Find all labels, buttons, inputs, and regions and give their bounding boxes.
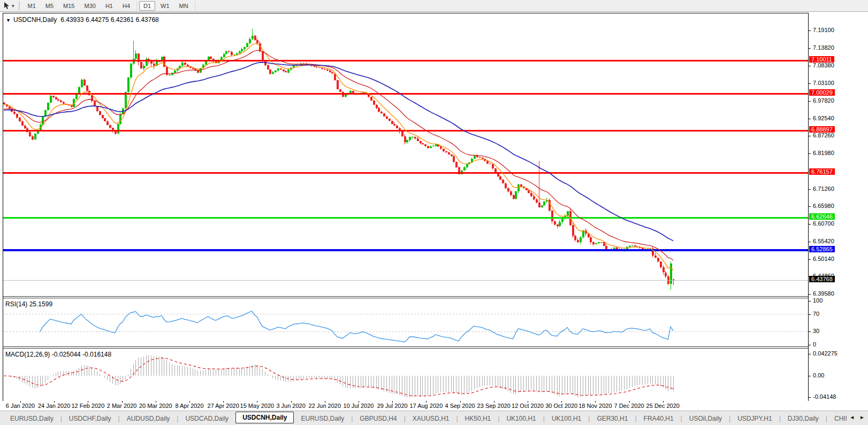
tab-xauusd-h1[interactable]: XAUUSD,H1 (406, 413, 456, 424)
price-tick-mark (809, 48, 811, 49)
top-toolbar: ▾ M1M5M15M30H1H4D1W1MN (0, 0, 868, 12)
price-tick-label: 6.97820 (813, 97, 834, 104)
level-price-label: 6.88897 (809, 126, 835, 133)
tab-eurusd-daily[interactable]: EURUSD,Daily (294, 413, 351, 424)
price-tick-label: 6.39580 (813, 290, 834, 297)
timeframe-m15[interactable]: M15 (59, 1, 79, 11)
price-axis: 7.191007.138207.083807.031006.978206.925… (809, 0, 868, 425)
rsi-tick-label: 70 (813, 311, 819, 317)
pane-separator[interactable] (3, 296, 808, 297)
price-tick-mark (809, 189, 811, 190)
tab-uk100-h1[interactable]: UK100,H1 (499, 413, 543, 424)
mt4-window: ▾ M1M5M15M30H1H4D1W1MN ▼USDCNH,Daily6.43… (0, 0, 868, 425)
pane-separator[interactable] (3, 346, 808, 347)
cursor-tool-dropdown-caret[interactable]: ▾ (12, 3, 14, 9)
tab-usdcnh-daily[interactable]: USDCNH,Daily (235, 412, 294, 423)
price-tick-mark (809, 294, 811, 295)
toolbar-grip (19, 2, 20, 10)
tab-gbpusd-h4[interactable]: GBPUSD,H4 (353, 413, 403, 424)
tab-scroll-arrows: ◄ ► (849, 414, 865, 420)
price-tick-mark (809, 153, 811, 154)
tab-eurusd-daily[interactable]: EURUSD,Daily (3, 413, 60, 424)
price-tick-mark (809, 259, 811, 260)
timeframe-h4[interactable]: H4 (118, 1, 134, 11)
toolbar-separator (136, 2, 137, 10)
tab-scroll-right-icon[interactable]: ► (859, 414, 865, 420)
macd-tick-mark (809, 354, 811, 354)
level-price-label: 6.62646 (809, 213, 835, 220)
timeframe-h1[interactable]: H1 (101, 1, 117, 11)
rsi-pane[interactable] (3, 298, 808, 346)
chart-title-symbol: USDCNH,Daily (13, 16, 57, 24)
price-tick-label: 7.19100 (813, 27, 834, 33)
chart-tab-bar: EURUSD,Daily|USDCHF,Daily|AUDUSD,Daily|U… (0, 411, 868, 425)
macd-tick-label: 0.042275 (813, 350, 837, 357)
macd-pane[interactable] (3, 349, 808, 400)
macd-tick-mark (809, 376, 811, 376)
date-label: 25 Dec 2020 (642, 403, 684, 409)
tab-ger30-h1[interactable]: GER30,H1 (590, 413, 635, 424)
tab-usdjpy-h1[interactable]: USDJPY,H1 (730, 413, 779, 424)
rsi-indicator-label: RSI(14) 25.1599 (5, 300, 52, 308)
collapse-caret-icon[interactable]: ▼ (6, 18, 11, 23)
chart-tabs: EURUSD,Daily|USDCHF,Daily|AUDUSD,Daily|U… (3, 411, 847, 425)
price-tick-label: 6.87260 (813, 132, 834, 138)
tab-hk50-h1[interactable]: HK50,H1 (458, 413, 498, 424)
price-tick-label: 7.13820 (813, 44, 834, 51)
timeframe-w1[interactable]: W1 (156, 1, 174, 11)
toolbar-separator (195, 2, 195, 10)
cursor-tool-icon[interactable] (2, 2, 12, 10)
price-tick-label: 6.60700 (813, 220, 834, 227)
macd-tick-mark (809, 397, 811, 398)
price-tick-mark (809, 206, 811, 207)
macd-tick-label: -0.04148 (813, 393, 836, 400)
level-price-label: 6.76157 (809, 168, 835, 175)
macd-indicator-label: MACD(12,26,9) -0.025044 -0.016148 (5, 351, 111, 358)
level-price-label: 7.10011 (809, 56, 834, 63)
tab-usdchf-daily[interactable]: USDCHF,Daily (62, 413, 118, 424)
price-tick-mark (809, 30, 811, 31)
timeframe-d1[interactable]: D1 (139, 1, 155, 11)
tab-usoil-daily[interactable]: USOil,Daily (682, 413, 729, 424)
timeframe-m5[interactable]: M5 (41, 1, 58, 11)
chart-title-ohlc: 6.43933 6.44275 6.42361 6.43768 (60, 16, 159, 24)
rsi-tick-mark (809, 331, 811, 332)
rsi-tick-label: 100 (813, 297, 823, 304)
price-tick-label: 6.71260 (813, 186, 834, 192)
tab-fra40-h1[interactable]: FRA40,H1 (637, 413, 681, 424)
tab-uk100-h1[interactable]: UK100,H1 (545, 413, 588, 424)
price-tick-mark (809, 224, 811, 225)
price-tick-mark (809, 242, 811, 242)
price-chart-pane[interactable] (3, 13, 808, 296)
tab-usdcad-daily[interactable]: USDCAD,Daily (178, 413, 235, 424)
price-tick-label: 6.92540 (813, 115, 834, 121)
current-price-label: 6.43768 (809, 276, 835, 282)
tab-china300-h1[interactable]: CHINA300,H1 (827, 413, 847, 424)
timeframe-mn[interactable]: MN (175, 1, 193, 11)
price-tick-mark (809, 136, 811, 136)
price-tick-mark (809, 66, 811, 66)
macd-tick-label: 0.00 (813, 372, 824, 378)
rsi-tick-label: 0 (813, 341, 816, 347)
price-tick-mark (809, 83, 811, 84)
tab-dj30-daily[interactable]: DJ30,Daily (781, 413, 826, 424)
chart-title: ▼USDCNH,Daily6.43933 6.44275 6.42361 6.4… (6, 16, 159, 24)
level-price-label: 7.00029 (809, 89, 835, 96)
price-tick-mark (809, 101, 811, 102)
rsi-tick-mark (809, 314, 811, 315)
rsi-tick-mark (809, 301, 811, 302)
tab-audusd-daily[interactable]: AUDUSD,Daily (120, 413, 177, 424)
price-tick-label: 6.65980 (813, 203, 834, 209)
price-tick-label: 6.81980 (813, 150, 834, 156)
tab-scroll-left-icon[interactable]: ◄ (849, 414, 855, 420)
rsi-tick-mark (809, 345, 811, 345)
timeframe-m30[interactable]: M30 (80, 1, 100, 11)
date-axis: 6 Jan 202024 Jan 202012 Feb 20202 Mar 20… (3, 401, 809, 411)
price-tick-label: 7.03100 (813, 80, 834, 86)
price-tick-mark (809, 119, 811, 119)
timeframe-m1[interactable]: M1 (24, 1, 40, 11)
price-tick-label: 6.55420 (813, 238, 834, 244)
rsi-tick-label: 30 (813, 328, 819, 334)
price-tick-label: 6.50140 (813, 256, 834, 262)
level-price-label: 6.52865 (809, 246, 835, 252)
